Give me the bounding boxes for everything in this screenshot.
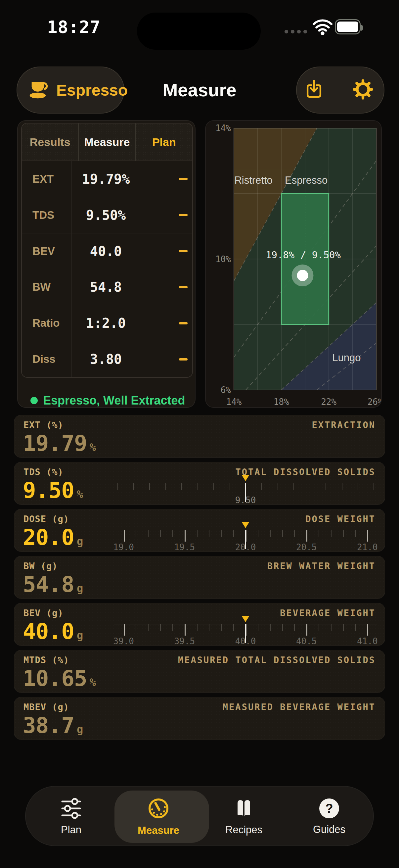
wifi-icon [312,19,333,36]
metric-slider-bev[interactable]: 39.039.540.040.541.0 [114,614,377,645]
y-axis-tick-label: 14% [215,123,231,133]
metric-value-unit: % [90,441,96,454]
row-plan-cell[interactable] [140,161,192,197]
row-label: TDS [22,197,71,233]
y-axis-tick-label: 6% [221,385,231,395]
row-plan-cell[interactable] [140,197,192,233]
extraction-control-chart: RistrettoEspressoLungo19.8% / 9.50%14%10… [206,121,382,408]
results-panel: Results Measure Plan EXT19.79%TDS9.50%BE… [17,120,196,408]
slider-tick [261,483,262,490]
slider-tick [310,483,310,490]
slider-tick [270,624,271,631]
row-measure-value: 9.50% [71,197,140,233]
current-point [297,270,308,281]
metric-slider-tds[interactable]: 9.50 [114,473,377,504]
plan-dash-icon [179,178,188,180]
metric-value-unit: g [77,535,83,548]
extraction-chart-panel[interactable]: RistrettoEspressoLungo19.8% / 9.50%14%10… [205,120,382,408]
current-point-label: 19.8% / 9.50% [266,249,341,260]
slider-tick-label: 19.5 [174,542,195,552]
metric-value-unit: g [77,723,83,736]
row-plan-cell[interactable] [140,341,192,377]
slider-marker-icon[interactable] [241,616,250,622]
metric-card-tds: TDS (%)TOTAL DISSOLVED SOLIDS9.50%9.50 [14,462,385,505]
tab-guides[interactable]: ?Guides [290,786,369,847]
slider-tick [149,483,150,490]
metric-slider-dose[interactable]: 19.019.520.020.521.0 [114,520,377,551]
slider-tick [331,530,332,537]
slider-tick [277,483,278,490]
tab-measure[interactable]: Measure [119,786,198,847]
slider-tick [172,530,173,537]
metric-value-number: 19.79 [23,431,87,456]
slider-tick [294,483,294,490]
slider-tick-label: 21.0 [357,542,378,552]
metric-value: 20.0g [23,525,83,550]
gauge-icon [147,797,170,821]
metric-card-mbev: MBEV (g)MEASURED BEVERAGE WEIGHT38.7g [14,697,385,740]
slider-tick-label: 40.5 [296,636,317,646]
tab-plan[interactable]: Plan [31,786,111,847]
metric-card-dose: DOSE (g)DOSE WEIGHT20.0g19.019.520.020.5… [14,509,385,552]
extraction-status: Espresso, Well Extracted [30,394,185,407]
book-icon [233,798,255,821]
metric-value: 38.7g [23,713,83,738]
region-label: Ristretto [234,175,272,186]
slider-tick [213,483,214,490]
metric-card-bw: BW (g)BREW WATER WEIGHT54.8g [14,556,385,599]
plan-dash-icon [179,358,188,361]
slider-tick [133,483,134,490]
header-actions [296,66,385,114]
metric-label: BW (g) [24,561,58,571]
row-plan-cell[interactable] [140,234,192,269]
metric-value-number: 10.65 [23,666,87,691]
slider-tick [160,530,161,537]
column-plan[interactable]: Plan [135,123,192,160]
row-plan-cell[interactable] [140,269,192,305]
signal-dots-icon [285,30,307,33]
region-label: Espresso [285,175,328,186]
download-button[interactable] [303,79,325,101]
metric-value: 40.0g [23,619,83,644]
slider-tick [331,624,332,631]
sliders-icon [60,798,82,821]
tab-label: Recipes [225,824,262,836]
plan-dash-icon [179,214,188,216]
slider-tick [209,530,209,537]
slider-marker-icon[interactable] [241,475,250,481]
metric-value-unit: % [90,676,96,689]
slider-tick [185,530,186,541]
slider-marker-icon[interactable] [241,522,250,528]
metric-label: BEV (g) [24,608,64,618]
slider-tick [148,530,148,537]
metric-label: EXT (%) [24,420,64,430]
status-text: Espresso, Well Extracted [43,394,185,407]
row-plan-cell[interactable] [140,305,192,341]
status-bar: 18:27 [0,0,399,53]
slider-tick [282,530,283,537]
slider-tick [282,624,283,631]
slider-marker-stem [245,624,246,643]
row-label: BW [22,269,71,305]
results-table: Results Measure Plan EXT19.79%TDS9.50%BE… [21,123,193,378]
x-axis-tick-label: 18% [274,397,289,407]
slider-tick-label: 20.5 [296,542,317,552]
slider-tick [258,624,258,631]
metric-value: 19.79% [23,431,96,456]
row-label: Diss [22,341,71,377]
settings-button[interactable] [352,79,374,102]
slider-tick [355,530,356,537]
column-measure[interactable]: Measure [78,123,135,160]
clock: 18:27 [41,17,107,37]
table-row: EXT19.79% [22,161,192,197]
row-label: BEV [22,234,71,269]
column-results[interactable]: Results [22,123,78,160]
metric-caption: MEASURED TOTAL DISSOLVED SOLIDS [178,655,375,665]
metric-label: TDS (%) [24,467,64,477]
metric-value-number: 54.8 [23,572,74,597]
slider-tick-label: 39.5 [174,636,195,646]
metric-card-ext: EXT (%)EXTRACTION19.79% [14,415,385,458]
bottom-tab-bar: PlanMeasureRecipes?Guides [25,786,374,846]
tab-recipes[interactable]: Recipes [204,786,284,847]
row-label: Ratio [22,305,71,341]
